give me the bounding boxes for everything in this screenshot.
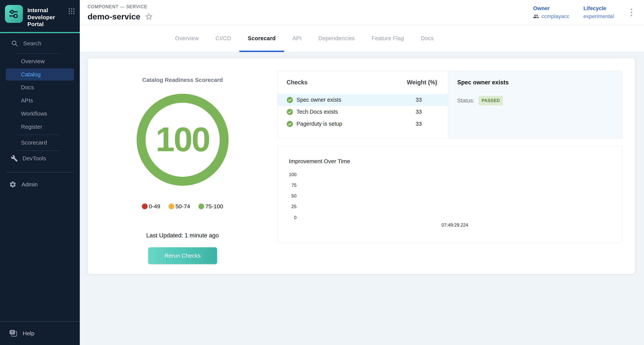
lifecycle-value: experimental [584, 13, 614, 20]
sidebar-header: Internal Developer Portal [0, 0, 80, 33]
legend-item-mid: 50-74 [168, 203, 190, 210]
last-updated-text: Last Updated: 1 minute ago [146, 232, 219, 239]
y-axis-tick: 100 [278, 172, 296, 178]
y-axis-tick: 75 [278, 182, 296, 188]
sidebar-item-admin[interactable]: Admin [0, 178, 80, 191]
legend-item-high: 75-100 [198, 203, 223, 210]
score-value: 100 [136, 93, 229, 186]
checks-column-header: Checks [286, 79, 308, 86]
x-axis-tick: 07:49:29.224 [442, 222, 468, 228]
score-gauge: 100 [136, 93, 229, 186]
details-column: Checks Weight (%) [277, 58, 635, 274]
help-label: Help [23, 330, 34, 336]
sidebar-item-docs[interactable]: Docs [0, 81, 80, 94]
sidebar-item-scorecard[interactable]: Scorecard [0, 136, 80, 149]
tab-docs[interactable]: Docs [412, 25, 442, 52]
entity-header: COMPONENT — SERVICE demo-service Owner [80, 0, 644, 25]
breadcrumb: COMPONENT — SERVICE [88, 4, 153, 9]
scorecard-card: Catalog Readiness Scorecard 100 0-49 50-… [88, 58, 635, 274]
app-switcher-grid-icon[interactable] [68, 5, 75, 14]
sidebar-item-register[interactable]: Register [0, 120, 80, 134]
tab-scorecard[interactable]: Scorecard [239, 25, 284, 52]
score-legend: 0-49 50-74 75-100 [142, 203, 223, 210]
scorecard-content: Catalog Readiness Scorecard 100 0-49 50-… [80, 52, 644, 345]
gauge-title: Catalog Readiness Scorecard [142, 77, 223, 83]
owner-link[interactable]: ccmplayacc [533, 13, 569, 20]
tab-dependencies[interactable]: Dependencies [310, 25, 363, 52]
sidebar-item-label: DevTools [22, 155, 46, 162]
tab-feature-flag[interactable]: Feature Flag [363, 25, 412, 52]
sidebar-spacer [0, 191, 80, 321]
sidebar-divider [16, 150, 61, 151]
sidebar-item-workflows[interactable]: Workflows [0, 107, 80, 120]
check-passed-icon [286, 109, 293, 115]
check-passed-icon [286, 121, 293, 127]
sidebar-item-catalog[interactable]: Catalog [6, 68, 74, 80]
checks-rows: Spec owner exists 33 Tec [278, 94, 448, 130]
sidebar-divider [16, 53, 61, 54]
check-row-pagerduty[interactable]: Pagerduty is setup 33 [278, 118, 448, 130]
checks-table-header: Checks Weight (%) [278, 71, 448, 86]
sidebar-item-devtools[interactable]: DevTools [0, 152, 80, 165]
search-icon [11, 40, 18, 47]
check-passed-icon [286, 97, 293, 103]
legend-dot-red [142, 204, 148, 209]
legend-dot-amber [168, 204, 174, 209]
tab-api[interactable]: API [284, 25, 310, 52]
weight-column-header: Weight (%) [407, 79, 437, 86]
app-logo [5, 5, 23, 23]
owner-block: Owner ccmplayacc [533, 5, 569, 20]
status-label: Status: [457, 98, 474, 104]
status-badge: PASSED [478, 96, 503, 106]
check-row-spec-owner[interactable]: Spec owner exists 33 [278, 94, 448, 106]
check-row-tech-docs[interactable]: Tech Docs exists 33 [278, 106, 448, 118]
lifecycle-block: Lifecycle experimental [584, 5, 614, 20]
sidebar-search[interactable]: Search [0, 35, 80, 52]
checks-table: Checks Weight (%) [278, 71, 448, 138]
check-detail-panel: Spec owner exists Status: PASSED [448, 71, 622, 138]
page-title: demo-service [88, 12, 140, 21]
entity-header-right: Owner ccmplayacc Lifecycle experimental [533, 5, 635, 20]
tab-overview[interactable]: Overview [166, 25, 207, 52]
rerun-checks-button[interactable]: Rerun Checks [148, 247, 217, 264]
checks-panel: Checks Weight (%) [277, 71, 622, 138]
svg-text:?: ? [11, 330, 14, 334]
improvement-chart-panel: Improvement Over Time 100 75 50 25 0 07:… [277, 146, 622, 242]
check-status-row: Status: PASSED [457, 96, 614, 106]
main-area: COMPONENT — SERVICE demo-service Owner [80, 0, 644, 345]
app-title: Internal Developer Portal [28, 5, 64, 28]
legend-item-low: 0-49 [142, 203, 160, 210]
y-axis-tick: 25 [278, 204, 296, 210]
chart-title: Improvement Over Time [289, 158, 350, 164]
owner-value: ccmplayacc [541, 13, 569, 20]
more-options-kebab-icon[interactable] [628, 7, 635, 18]
sidebar-item-help[interactable]: ? Help [0, 321, 80, 345]
legend-dot-green [198, 204, 204, 209]
portal-logo-icon [8, 8, 20, 20]
tab-cicd[interactable]: CI/CD [207, 25, 239, 52]
y-axis-tick: 0 [278, 215, 296, 220]
y-axis-tick: 50 [278, 193, 296, 199]
owner-label: Owner [533, 5, 569, 12]
sidebar-divider [16, 134, 61, 135]
entity-header-left: COMPONENT — SERVICE demo-service [88, 4, 153, 21]
sidebar-item-label: Admin [22, 181, 38, 188]
sidebar-section-divider [6, 172, 74, 173]
sidebar-item-apis[interactable]: APIs [0, 94, 80, 107]
gauge-column: Catalog Readiness Scorecard 100 0-49 50-… [88, 58, 277, 274]
entity-tabs: Overview CI/CD Scorecard API Dependencie… [80, 25, 644, 52]
sidebar-nav: Overview Catalog Docs APIs Workflows Reg… [0, 55, 80, 134]
check-detail-title: Spec owner exists [457, 79, 614, 86]
group-icon [533, 13, 539, 20]
star-favorite-icon[interactable] [144, 12, 153, 21]
help-chat-icon: ? [9, 330, 18, 338]
sidebar-item-overview[interactable]: Overview [0, 55, 80, 68]
sidebar: Internal Developer Portal Search Overvie… [0, 0, 80, 345]
lifecycle-label: Lifecycle [584, 5, 614, 12]
gear-icon [9, 181, 16, 188]
wrench-icon [11, 155, 18, 162]
search-label: Search [23, 40, 41, 47]
